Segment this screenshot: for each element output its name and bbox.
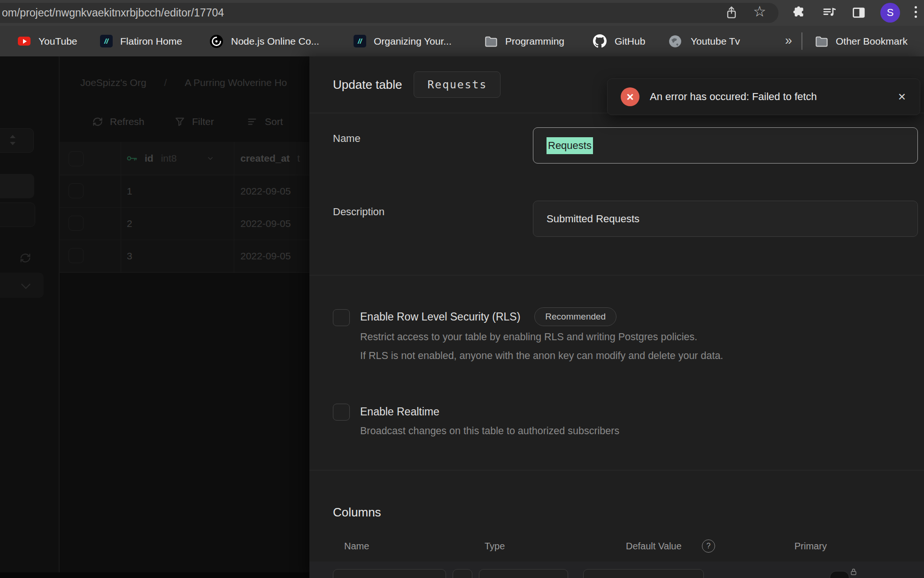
browser-toolbar: om/project/nwgnkvaekitnxrbjbcch/editor/1… xyxy=(0,0,924,26)
rls-recommended-badge: Recommended xyxy=(534,307,616,326)
columns-editor-panel xyxy=(309,562,924,578)
description-label: Description xyxy=(333,206,385,218)
toast-message: An error has occured: Failed to fetch xyxy=(650,91,817,103)
columns-title: Columns xyxy=(333,505,381,520)
avatar[interactable]: S xyxy=(880,3,900,23)
bookmark-label: Youtube Tv xyxy=(691,36,740,47)
bookmark-label: YouTube xyxy=(38,36,77,47)
other-bookmarks[interactable]: Other Bookmark xyxy=(815,26,908,56)
other-bookmarks-label: Other Bookmark xyxy=(836,36,908,47)
panel-title: Update table xyxy=(333,78,402,92)
column-reorder-handle[interactable] xyxy=(453,569,472,578)
toast-close-icon[interactable]: × xyxy=(898,90,906,103)
description-input[interactable]: Submitted Requests xyxy=(533,201,918,237)
bookmark-github[interactable]: GitHub xyxy=(593,26,645,56)
screen: om/project/nwgnkvaekitnxrbjbcch/editor/1… xyxy=(0,0,924,578)
bookmarks-overflow-chevron[interactable]: » xyxy=(785,26,792,56)
section-divider xyxy=(309,470,924,470)
columns-header-default: Default Value xyxy=(626,541,682,552)
side-panel-icon[interactable] xyxy=(851,5,867,20)
bookmarks-divider xyxy=(801,32,802,50)
realtime-description: Broadcast changes on this table to autho… xyxy=(360,425,619,437)
bookmark-programming[interactable]: Programming xyxy=(485,26,564,56)
error-toast: × An error has occured: Failed to fetch … xyxy=(607,78,920,115)
columns-header-name: Name xyxy=(344,541,369,552)
modal-overlay[interactable] xyxy=(0,56,309,578)
rls-description-line2: If RLS is not enabled, anyone with the a… xyxy=(360,350,723,362)
name-input[interactable]: Requests xyxy=(533,127,918,164)
name-label: Name xyxy=(333,133,361,145)
bookmark-youtube-tv[interactable]: Youtube Tv xyxy=(669,26,740,56)
rls-row: Enable Row Level Security (RLS) Recommen… xyxy=(360,305,616,329)
bookmark-label: Organizing Your... xyxy=(374,36,452,47)
flatiron-icon: // xyxy=(354,35,366,47)
bookmark-star-icon[interactable]: ☆ xyxy=(753,3,766,20)
share-icon[interactable] xyxy=(724,5,739,20)
playlist-icon[interactable] xyxy=(822,5,838,20)
name-input-selected-text: Requests xyxy=(547,137,593,154)
bookmark-label: GitHub xyxy=(615,36,645,47)
default-value-help-icon[interactable]: ? xyxy=(702,539,715,553)
bookmarks-bar: YouTube // Flatiron Home Node.js Online … xyxy=(0,26,924,56)
folder-icon xyxy=(815,35,828,47)
update-table-panel: Update table Requests Name Requests Desc… xyxy=(309,56,924,578)
columns-header-type: Type xyxy=(485,541,505,552)
avatar-letter: S xyxy=(887,7,894,19)
realtime-label: Enable Realtime xyxy=(360,406,439,418)
youtube-icon xyxy=(18,37,31,46)
bookmark-label: Node.js Online Co... xyxy=(231,36,319,47)
folder-icon xyxy=(485,35,498,47)
column-name-input[interactable] xyxy=(333,569,446,578)
column-default-input[interactable] xyxy=(583,569,704,578)
section-divider xyxy=(309,275,924,275)
rls-description-line1: Restrict access to your table by enablin… xyxy=(360,331,697,343)
rls-checkbox[interactable] xyxy=(333,309,350,326)
lock-icon xyxy=(850,568,857,576)
table-name-badge: Requests xyxy=(414,71,500,98)
flatiron-icon: // xyxy=(100,35,113,47)
bookmark-flatiron-home[interactable]: // Flatiron Home xyxy=(100,26,182,56)
column-type-input[interactable] xyxy=(479,569,568,578)
column-primary-toggle[interactable] xyxy=(830,571,849,578)
bookmark-organizing[interactable]: // Organizing Your... xyxy=(354,26,452,56)
error-icon: × xyxy=(621,87,639,106)
url-text[interactable]: om/project/nwgnkvaekitnxrbjbcch/editor/1… xyxy=(2,0,224,26)
browser-menu-icon[interactable] xyxy=(915,6,917,18)
rls-label: Enable Row Level Security (RLS) xyxy=(360,311,520,323)
globe-icon xyxy=(669,35,682,48)
bookmark-nodejs[interactable]: Node.js Online Co... xyxy=(210,26,319,56)
realtime-checkbox[interactable] xyxy=(333,404,350,421)
nodejs-icon xyxy=(210,35,223,48)
bookmark-label: Programming xyxy=(505,36,564,47)
bookmark-label: Flatiron Home xyxy=(120,36,182,47)
description-input-value: Submitted Requests xyxy=(547,213,639,225)
github-icon xyxy=(593,34,607,48)
extensions-icon[interactable] xyxy=(792,5,807,20)
columns-header-primary: Primary xyxy=(794,541,827,552)
bookmark-youtube[interactable]: YouTube xyxy=(18,26,77,56)
